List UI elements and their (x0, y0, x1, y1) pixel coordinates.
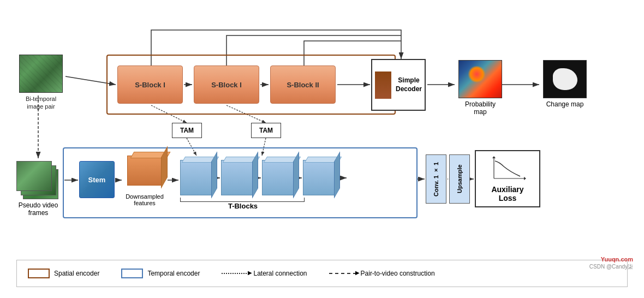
legend-spatial-label: Spatial encoder (54, 270, 99, 277)
tam1-box: TAM (172, 123, 202, 138)
pseudo-video-stack (16, 161, 60, 199)
bi-temporal-image (19, 55, 63, 93)
pseudo-video-label: Pseudo videoframes (14, 201, 63, 217)
change-map-label: Change map (540, 100, 589, 108)
aux-loss-chart (488, 156, 527, 183)
legend-temporal: Temporal encoder (121, 269, 200, 278)
t-block-3 (262, 160, 295, 195)
bi-temporal-label: Bi-temporalimage pair (16, 95, 65, 111)
t-block-4 (303, 160, 336, 195)
t-block-1 (180, 160, 213, 195)
change-map-image (543, 60, 587, 98)
legend-temporal-label: Temporal encoder (147, 270, 200, 277)
legend-spatial: Spatial encoder (28, 269, 99, 278)
legend-lateral-icon (222, 273, 249, 274)
prob-map-label: Probabilitymap (456, 100, 505, 116)
upsample-box: Upsample (449, 154, 470, 204)
change-map-blob (553, 68, 577, 90)
s-block-1a: S-Block I (117, 65, 183, 104)
legend-spatial-icon (28, 269, 50, 278)
t-block-2 (221, 160, 254, 195)
pseudo-video-block: Pseudo videoframes (14, 161, 63, 217)
diagram-container: { "title": "Architecture Diagram", "comp… (0, 0, 644, 298)
t-blocks-label: T-Blocks (180, 202, 306, 210)
legend-pair-to-video-icon (329, 273, 356, 274)
legend-pair-to-video: Pair-to-video construction (329, 270, 435, 277)
aux-loss-box: AuxiliaryLoss (475, 150, 540, 207)
legend-lateral: Lateral connection (222, 270, 307, 277)
conv-box: Conv. 1 × 1 (426, 154, 446, 204)
prob-map-image (458, 60, 502, 98)
tam2-box: TAM (251, 123, 281, 138)
downsampled-label: Downsampledfeatures (123, 193, 166, 206)
t-blocks-brace (180, 198, 305, 202)
stem-box: Stem (79, 161, 115, 198)
decoder-icon (375, 71, 391, 99)
prob-map-block: Probabilitymap (456, 60, 505, 116)
svg-marker-25 (492, 156, 496, 158)
change-map-block: Change map (540, 60, 589, 108)
aux-loss-label: AuxiliaryLoss (491, 185, 523, 202)
s-block-1b: S-Block I (194, 65, 259, 104)
simple-decoder: SimpleDecoder (371, 59, 426, 111)
watermark2: CSDN @Candy柒 (589, 263, 633, 271)
legend-lateral-label: Lateral connection (253, 270, 307, 277)
watermark: Yuuqn.com (601, 256, 633, 263)
s-block-2: S-Block II (270, 65, 336, 104)
downsampled-features: Downsampledfeatures (123, 156, 166, 199)
legend: Spatial encoder Temporal encoder Lateral… (16, 260, 628, 287)
legend-pair-to-video-label: Pair-to-video construction (361, 270, 435, 277)
svg-marker-26 (524, 177, 526, 180)
legend-temporal-icon (121, 269, 143, 278)
simple-decoder-label: SimpleDecoder (396, 76, 422, 93)
bi-temporal-block: Bi-temporalimage pair (16, 55, 65, 111)
